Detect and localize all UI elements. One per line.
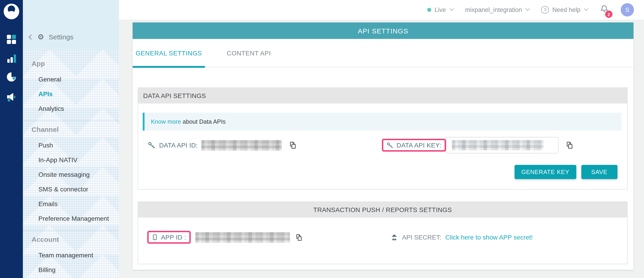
sidebar-item-preference-management[interactable]: Preference Management bbox=[23, 211, 119, 226]
copy-icon[interactable] bbox=[294, 233, 302, 241]
sidebar-item-inapp-nativ[interactable]: In-App NATIV bbox=[23, 152, 119, 167]
sidebar-item-emails[interactable]: Emails bbox=[23, 196, 119, 211]
data-api-id-label: DATA API ID: bbox=[159, 142, 198, 149]
know-more-text: about Data APIs bbox=[181, 118, 226, 125]
analytics-bars-icon[interactable] bbox=[0, 55, 23, 63]
notifications-bell[interactable]: 2 bbox=[600, 4, 609, 16]
app-id-value-redacted bbox=[195, 232, 290, 242]
phone-icon bbox=[152, 233, 158, 241]
chevron-down-icon bbox=[584, 6, 588, 11]
spy-icon bbox=[390, 233, 398, 241]
help-label: Need help bbox=[552, 7, 580, 13]
show-app-secret-link[interactable]: Click here to show APP secret! bbox=[445, 233, 533, 241]
sidebar-section-account: Account bbox=[32, 235, 119, 243]
campaigns-megaphone-icon[interactable] bbox=[0, 92, 23, 102]
sidebar-title: Settings bbox=[49, 33, 74, 41]
api-secret-label: API SECRET: bbox=[402, 233, 441, 241]
key-icon bbox=[386, 142, 393, 149]
dashboard-grid-icon[interactable] bbox=[0, 35, 23, 44]
transaction-section-title: TRANSACTION PUSH / REPORTS SETTINGS bbox=[138, 202, 627, 217]
netcore-logo[interactable] bbox=[4, 4, 19, 19]
page-title: API SETTINGS bbox=[133, 23, 634, 39]
top-bar: Live mixpanel_integration ? Need help 2 … bbox=[119, 0, 644, 20]
know-more-link[interactable]: Know more bbox=[151, 118, 181, 125]
data-api-key-highlight: DATA API KEY: bbox=[382, 139, 446, 152]
help-menu[interactable]: ? Need help bbox=[541, 6, 588, 14]
sidebar-item-onsite-messaging[interactable]: Onsite messaging bbox=[23, 167, 119, 182]
sidebar-item-general[interactable]: General bbox=[23, 72, 119, 87]
back-chevron-icon[interactable] bbox=[28, 34, 34, 40]
data-api-section-title: DATA API SETTINGS bbox=[138, 88, 627, 104]
copy-icon[interactable] bbox=[565, 141, 573, 149]
live-dropdown[interactable]: Live bbox=[427, 7, 453, 13]
api-settings-card: API SETTINGS GENERAL SETTINGS CONTENT AP… bbox=[133, 23, 634, 270]
tab-general-settings[interactable]: GENERAL SETTINGS bbox=[133, 39, 205, 67]
section-divider bbox=[23, 230, 119, 231]
data-api-id-row: DATA API ID: bbox=[148, 135, 296, 156]
live-status-dot bbox=[427, 8, 431, 12]
api-secret-row: API SECRET: Click here to show APP secre… bbox=[390, 227, 533, 248]
settings-sidebar: ⚙ Settings App General APIs Analytics Ch… bbox=[23, 0, 119, 278]
gear-icon: ⚙ bbox=[38, 33, 44, 41]
chevron-down-icon bbox=[526, 6, 530, 11]
sidebar-header: ⚙ Settings bbox=[23, 0, 119, 50]
notification-badge: 2 bbox=[605, 11, 612, 18]
data-api-id-value-redacted bbox=[202, 140, 282, 150]
project-name: mixpanel_integration bbox=[465, 7, 522, 13]
generate-key-button[interactable]: GENERATE KEY bbox=[514, 165, 576, 179]
app-root: ⚙ Settings App General APIs Analytics Ch… bbox=[0, 0, 644, 278]
data-api-actions: GENERATE KEY SAVE bbox=[514, 165, 618, 179]
copy-icon[interactable] bbox=[288, 141, 296, 149]
section-divider bbox=[23, 120, 119, 121]
sidebar-nav: App General APIs Analytics Channel Push … bbox=[23, 50, 119, 278]
app-id-row: APP ID : bbox=[147, 227, 302, 248]
sidebar-item-apis[interactable]: APIs bbox=[23, 87, 119, 101]
data-api-settings-section: DATA API SETTINGS Know more about Data A… bbox=[138, 88, 628, 190]
data-api-key-label: DATA API KEY: bbox=[396, 142, 442, 149]
transaction-settings-section: TRANSACTION PUSH / REPORTS SETTINGS APP … bbox=[138, 201, 628, 264]
main-canvas: API SETTINGS GENERAL SETTINGS CONTENT AP… bbox=[119, 20, 644, 278]
sidebar-item-push[interactable]: Push bbox=[23, 138, 119, 152]
chevron-down-icon bbox=[450, 6, 454, 11]
know-more-banner: Know more about Data APIs bbox=[143, 113, 622, 131]
sidebar-item-team-management[interactable]: Team management bbox=[23, 248, 119, 262]
question-circle-icon: ? bbox=[541, 6, 549, 14]
data-api-key-row: DATA API KEY: bbox=[382, 135, 573, 156]
app-id-highlight: APP ID : bbox=[147, 231, 191, 244]
key-icon bbox=[148, 141, 156, 149]
data-api-key-input[interactable] bbox=[446, 137, 558, 153]
logo-shoulders-shape bbox=[7, 11, 16, 19]
app-id-label: APP ID : bbox=[161, 233, 186, 241]
sidebar-section-channel: Channel bbox=[32, 126, 119, 133]
sidebar-item-analytics[interactable]: Analytics bbox=[23, 101, 119, 116]
project-dropdown[interactable]: mixpanel_integration bbox=[465, 7, 530, 13]
tab-bar: GENERAL SETTINGS CONTENT API bbox=[133, 39, 634, 67]
segments-pie-icon[interactable] bbox=[0, 72, 23, 82]
sidebar-item-sms-connector[interactable]: SMS & connector bbox=[23, 182, 119, 196]
live-label: Live bbox=[434, 7, 446, 13]
sidebar-section-app: App bbox=[32, 60, 119, 67]
sidebar-item-billing[interactable]: Billing bbox=[23, 262, 119, 277]
data-api-key-value-redacted bbox=[452, 140, 544, 150]
save-button[interactable]: SAVE bbox=[581, 165, 618, 179]
user-avatar[interactable]: S bbox=[621, 3, 634, 17]
icon-rail bbox=[0, 0, 23, 278]
tab-content-api[interactable]: CONTENT API bbox=[222, 39, 276, 67]
